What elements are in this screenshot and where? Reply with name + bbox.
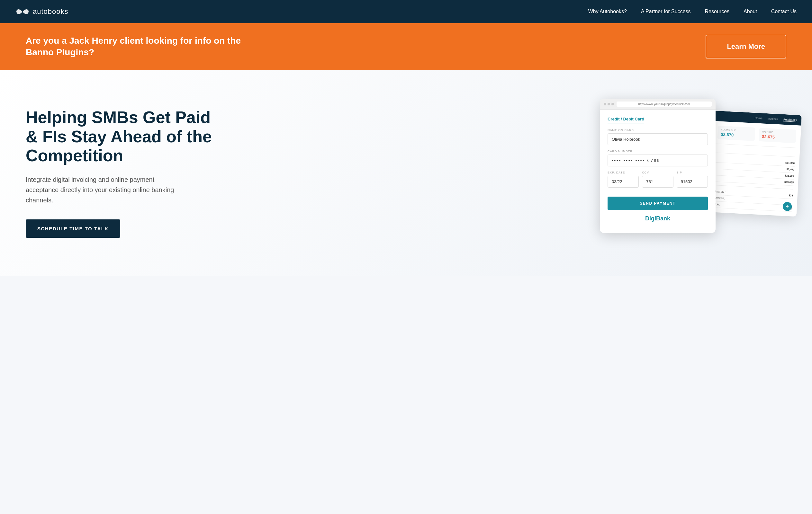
stat-past-due: PAST DUE $2,675 (759, 128, 796, 143)
row-value-1: $3,400 (786, 168, 794, 171)
payment-body: Credit / Debit Card NAME ON CARD Olivia … (600, 110, 716, 233)
hero-section: Helping SMBs Get Paid & FIs Stay Ahead o… (0, 70, 812, 276)
logo-icon (16, 7, 30, 16)
nav-links: Why Autobooks? A Partner for Success Res… (588, 9, 796, 14)
invoice-value-0: $75 (788, 194, 793, 197)
zip-field: ZIP 91502 (677, 171, 708, 192)
hero-title: Helping SMBs Get Paid & FIs Stay Ahead o… (26, 108, 212, 165)
logo-text: autobooks (33, 7, 68, 16)
banner: Are you a Jack Henry client looking for … (0, 23, 812, 70)
nav-why-autobooks[interactable]: Why Autobooks? (588, 9, 627, 14)
digibank-logo: DigiBank (608, 215, 708, 226)
dashboard-tab-autobooks: Autobooks (783, 118, 797, 122)
ccv-label: CCV (642, 171, 673, 174)
browser-url: https://www.youruniquepaymentlink.com (616, 101, 712, 107)
nav-contact[interactable]: Contact Us (771, 9, 796, 14)
browser-dot-1 (604, 103, 606, 105)
ccv-value: 761 (642, 176, 673, 188)
row-value-3: $99,035 (784, 181, 794, 184)
stat-due-value: $2,670 (721, 132, 752, 139)
card-label: CARD NUMBER (608, 150, 708, 153)
zip-value: 91502 (677, 176, 708, 188)
stat-due-label: COMING DUE (721, 128, 752, 132)
send-payment-btn[interactable]: SEND PAYMENT (608, 196, 708, 210)
browser-bar: https://www.youruniquepaymentlink.com (600, 99, 716, 110)
exp-value: 03/22 (608, 176, 639, 188)
hero-mockups: https://www.youruniquepaymentlink.com Cr… (587, 92, 799, 253)
nav-resources[interactable]: Resources (705, 9, 729, 14)
dashboard-tab-invoices: Invoices (767, 117, 778, 121)
nav-about[interactable]: About (744, 9, 757, 14)
payment-tab: Credit / Debit Card (608, 117, 644, 123)
ccv-field: CCV 761 (642, 171, 673, 192)
learn-more-button[interactable]: Learn More (705, 35, 786, 58)
exp-label: EXP. DATE (608, 171, 639, 174)
card-value: •••• •••• •••• 6789 (608, 154, 708, 167)
row-value-2: $21,000 (785, 174, 794, 178)
stat-past-value: $2,675 (762, 134, 793, 141)
banner-text: Are you a Jack Henry client looking for … (26, 35, 244, 58)
payment-mockup: https://www.youruniquepaymentlink.com Cr… (600, 99, 716, 233)
schedule-talk-button[interactable]: SCHEDULE TIME TO TALK (26, 219, 120, 238)
navbar: autobooks Why Autobooks? A Partner for S… (0, 0, 812, 23)
zip-label: ZIP (677, 171, 708, 174)
svg-point-0 (22, 11, 23, 12)
hero-subtitle: Integrate digital invoicing and online p… (26, 175, 180, 205)
hero-content: Helping SMBs Get Paid & FIs Stay Ahead o… (26, 108, 212, 238)
exp-field: EXP. DATE 03/22 (608, 171, 639, 192)
name-label: NAME ON CARD (608, 128, 708, 132)
stat-coming-due: COMING DUE $2,670 (718, 126, 755, 141)
dashboard-tab-home: Home (754, 116, 762, 120)
stat-past-label: PAST DUE (762, 130, 793, 134)
name-value: Olivia Holbrook (608, 133, 708, 145)
payment-row-expiry: EXP. DATE 03/22 CCV 761 ZIP 91502 (608, 171, 708, 192)
logo[interactable]: autobooks (16, 7, 68, 16)
browser-dot-2 (608, 103, 610, 105)
browser-dot-3 (611, 103, 614, 105)
browser-dots (604, 103, 614, 105)
dashboard-tabs: Home Invoices Autobooks (754, 116, 797, 122)
row-value-0: $11,000 (785, 161, 795, 165)
nav-partner-success[interactable]: A Partner for Success (641, 9, 691, 14)
